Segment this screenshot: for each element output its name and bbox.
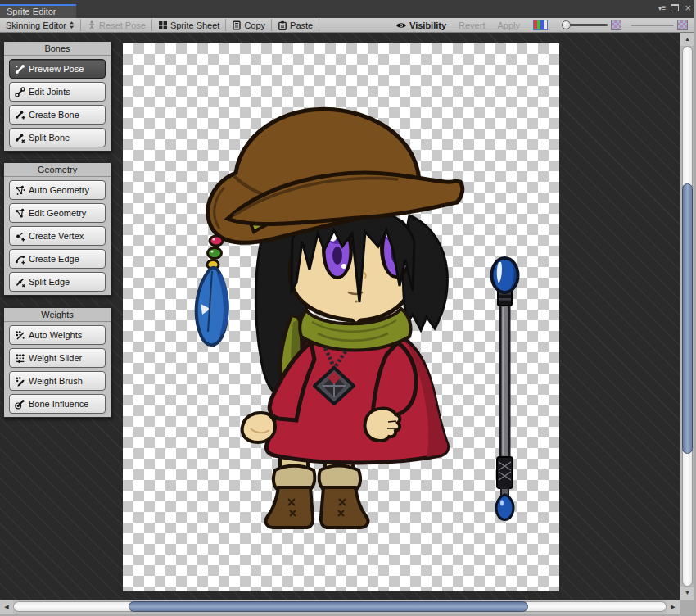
hat-bead-pink bbox=[210, 236, 223, 246]
scrollbar-corner bbox=[680, 600, 696, 614]
revert-button[interactable]: Revert bbox=[453, 20, 490, 30]
horizontal-scrollbar[interactable]: ◀ ▶ bbox=[0, 600, 680, 614]
create-edge-button[interactable]: Create Edge bbox=[9, 249, 106, 269]
toolbar: Skinning Editor Reset Pose Sprite Sheet bbox=[0, 18, 694, 33]
reset-pose-label: Reset Pose bbox=[99, 20, 146, 30]
chin-dot bbox=[355, 300, 357, 302]
tab-label: Sprite Editor bbox=[0, 6, 76, 16]
create-bone-icon bbox=[15, 110, 25, 120]
split-bone-icon bbox=[15, 133, 25, 143]
weight-slider-icon bbox=[15, 353, 25, 364]
maximize-icon[interactable] bbox=[671, 4, 679, 11]
paste-label: Paste bbox=[290, 20, 313, 30]
sprite-editor-window: Sprite Editor ▾≡ × Skinning Editor Reset… bbox=[0, 0, 696, 616]
edit-joints-icon bbox=[15, 87, 25, 97]
bone-opacity-slider[interactable] bbox=[562, 20, 608, 30]
color-channels-button[interactable] bbox=[533, 20, 548, 30]
create-edge-icon bbox=[15, 254, 25, 265]
create-vertex-button[interactable]: Create Vertex bbox=[9, 226, 106, 246]
button-label: Auto Geometry bbox=[29, 185, 89, 195]
visibility-label: Visibility bbox=[409, 20, 446, 30]
button-label: Preview Pose bbox=[29, 64, 84, 74]
button-label: Weight Slider bbox=[29, 353, 82, 363]
visibility-button[interactable]: Visibility bbox=[390, 20, 452, 30]
split-edge-icon bbox=[15, 277, 25, 288]
panel-geometry-title: Geometry bbox=[4, 163, 111, 177]
paste-button[interactable]: Paste bbox=[272, 18, 319, 32]
auto-geometry-button[interactable]: Auto Geometry bbox=[9, 180, 106, 200]
toolbar-right-group: Visibility Revert Apply bbox=[389, 18, 694, 32]
scroll-left-button[interactable]: ◀ bbox=[0, 600, 13, 614]
panel-weights-title: Weights bbox=[4, 308, 111, 322]
split-bone-button[interactable]: Split Bone bbox=[9, 128, 106, 147]
character-sprite[interactable] bbox=[123, 43, 559, 591]
vertical-scroll-thumb[interactable] bbox=[682, 183, 693, 454]
panel-bones-title: Bones bbox=[4, 42, 111, 56]
edit-joints-button[interactable]: Edit Joints bbox=[9, 82, 106, 102]
hat-bead-green bbox=[208, 248, 222, 259]
vertical-scroll-track[interactable] bbox=[682, 46, 693, 587]
mode-dropdown-label: Skinning Editor bbox=[6, 20, 66, 30]
edit-geometry-icon bbox=[15, 208, 25, 219]
button-label: Edit Joints bbox=[29, 87, 70, 97]
slider-knob[interactable] bbox=[562, 20, 571, 29]
panel-geometry: Geometry Auto Geometry Edit Geometry bbox=[3, 162, 111, 296]
button-label: Create Vertex bbox=[29, 231, 84, 241]
scroll-down-button[interactable]: ▼ bbox=[680, 587, 694, 600]
mode-dropdown[interactable]: Skinning Editor bbox=[0, 18, 80, 32]
vertical-scrollbar[interactable]: ▲ ▼ bbox=[680, 33, 694, 600]
reset-pose-icon bbox=[87, 20, 97, 30]
slider-track bbox=[631, 25, 674, 26]
weight-slider-button[interactable]: Weight Slider bbox=[9, 348, 106, 368]
button-label: Create Edge bbox=[29, 254, 79, 264]
scroll-up-button[interactable]: ▲ bbox=[680, 33, 694, 46]
copy-icon bbox=[232, 20, 242, 30]
bone-preview-icon bbox=[15, 64, 25, 75]
button-label: Auto Weights bbox=[29, 330, 82, 340]
edit-geometry-button[interactable]: Edit Geometry bbox=[9, 203, 106, 223]
button-label: Split Bone bbox=[29, 133, 70, 143]
sprite-sheet-button[interactable]: Sprite Sheet bbox=[152, 18, 226, 32]
sprite-opacity-slider[interactable] bbox=[631, 20, 674, 30]
paste-icon bbox=[278, 20, 287, 30]
button-label: Split Edge bbox=[29, 277, 70, 287]
button-label: Weight Brush bbox=[29, 376, 83, 386]
staff bbox=[492, 258, 518, 520]
revert-label: Revert bbox=[459, 20, 485, 30]
auto-weights-button[interactable]: Auto Weights bbox=[9, 325, 106, 345]
sprite-sheet-label: Sprite Sheet bbox=[170, 20, 220, 30]
horizontal-scroll-track[interactable] bbox=[13, 601, 667, 612]
sprite-texture-area[interactable] bbox=[123, 43, 559, 591]
button-label: Create Bone bbox=[29, 110, 79, 120]
scroll-right-button[interactable]: ▶ bbox=[667, 600, 680, 614]
titlebar: Sprite Editor ▾≡ × bbox=[0, 0, 694, 18]
copy-button[interactable]: Copy bbox=[226, 18, 271, 32]
split-edge-button[interactable]: Split Edge bbox=[9, 272, 106, 292]
canvas-viewport[interactable]: Bones Preview Pose Edit Joints bbox=[0, 33, 680, 600]
close-icon[interactable]: × bbox=[685, 2, 691, 13]
button-label: Bone Influence bbox=[29, 399, 88, 409]
alpha-checker-icon bbox=[677, 20, 688, 30]
bone-influence-icon bbox=[15, 399, 25, 410]
create-vertex-icon bbox=[15, 231, 25, 242]
reset-pose-button[interactable]: Reset Pose bbox=[81, 18, 151, 32]
alpha-checker-icon bbox=[611, 20, 621, 30]
bone-influence-button[interactable]: Bone Influence bbox=[9, 394, 106, 414]
apply-button[interactable]: Apply bbox=[491, 20, 526, 30]
staff-bottom-gem bbox=[496, 495, 513, 520]
eye-icon bbox=[395, 21, 407, 29]
create-bone-button[interactable]: Create Bone bbox=[9, 105, 106, 125]
boots bbox=[266, 487, 368, 528]
horizontal-scroll-thumb[interactable] bbox=[129, 601, 528, 612]
weight-brush-button[interactable]: Weight Brush bbox=[9, 371, 106, 391]
panel-weights: Weights Auto Weights Weight bbox=[3, 307, 111, 418]
tab-sprite-editor[interactable]: Sprite Editor bbox=[0, 4, 76, 18]
toolbar-separator bbox=[319, 19, 319, 31]
sprite-sheet-icon bbox=[158, 20, 168, 30]
auto-geometry-icon bbox=[15, 185, 25, 196]
copy-label: Copy bbox=[244, 20, 265, 30]
apply-label: Apply bbox=[497, 20, 520, 30]
weight-brush-icon bbox=[15, 376, 25, 387]
window-menu-icon[interactable]: ▾≡ bbox=[658, 3, 666, 12]
preview-pose-button[interactable]: Preview Pose bbox=[9, 59, 106, 79]
